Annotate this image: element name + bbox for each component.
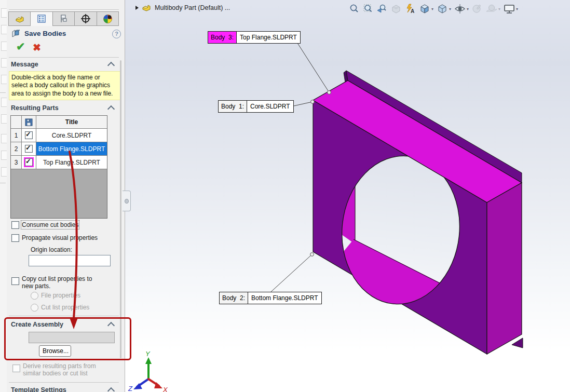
hide-show-items-button[interactable]: ▾ (454, 3, 469, 15)
view-settings-button[interactable]: ▾ (503, 3, 518, 15)
dropdown-caret[interactable]: ▾ (498, 7, 500, 11)
template-settings-group-header[interactable]: Template Settings (11, 386, 66, 392)
assembly-path-input[interactable] (29, 332, 115, 343)
file-properties-radio[interactable] (31, 292, 38, 300)
cut-list-properties-label: Cut list properties (41, 304, 89, 311)
section-view-icon[interactable] (390, 3, 402, 15)
save-icon (25, 118, 33, 126)
multibody-part-icon (142, 3, 152, 12)
propagate-visual-option[interactable]: Propagate visual properties (11, 234, 98, 242)
dropdown-caret[interactable]: ▾ (516, 7, 518, 11)
resulting-parts-table: Title 1 Core.SLDPRT 2 Bottom Flange.SLDP… (10, 115, 107, 219)
copy-cut-list-checkbox[interactable] (11, 277, 19, 285)
collapse-chevron-icon[interactable] (107, 62, 115, 69)
derive-parts-label: Derive resulting parts from similar bodi… (23, 362, 108, 377)
callout-body3-file[interactable]: Top Flange.SLDPRT (237, 32, 300, 43)
title-column-header: Title (36, 116, 107, 128)
copy-cut-list-option[interactable]: Copy cut list properties to new parts. (11, 275, 110, 290)
row-number: 3 (11, 156, 22, 169)
svg-text:A: A (411, 8, 414, 14)
help-button[interactable]: ? (112, 30, 121, 38)
origin-location-label: Origin location: (31, 246, 72, 253)
cut-list-properties-radio[interactable] (31, 304, 38, 312)
cut-list-properties-option[interactable]: Cut list properties (31, 304, 89, 312)
tree-expand-icon[interactable] (135, 6, 139, 10)
panel-title: Save Bodies (24, 30, 66, 37)
apply-scene-button[interactable]: ▾ (485, 3, 500, 15)
heads-up-toolbar: A ▾ ▾ ▾ ▾ ▾ (348, 2, 518, 16)
propagate-visual-label: Propagate visual properties (22, 234, 98, 241)
save-column-header (22, 116, 36, 128)
origin-location-input[interactable] (29, 255, 111, 266)
feature-tree-header[interactable]: Multibody Part (Default) ... (135, 3, 230, 12)
callout-body3-label[interactable]: Body 3: (208, 32, 237, 43)
consume-cut-bodies-option[interactable]: Consume cut bodies (11, 221, 78, 229)
table-header-row: Title (11, 116, 107, 129)
edit-appearance-icon[interactable] (471, 3, 483, 15)
consume-cut-bodies-label: Consume cut bodies (22, 221, 78, 228)
row-number: 1 (11, 129, 22, 142)
model-side-face[interactable] (487, 183, 522, 354)
dropdown-caret[interactable]: ▾ (449, 7, 451, 11)
view-orientation-button[interactable]: ▾ (418, 3, 433, 15)
body-file-name[interactable]: Bottom Flange.SLDPRT (36, 142, 107, 155)
tab-configurations[interactable] (52, 11, 75, 25)
callout-body2-label[interactable]: Body 2: (220, 292, 248, 304)
callout-body1-label[interactable]: Body 1: (219, 101, 247, 112)
callout-body2-file[interactable]: Bottom Flange.SLDPRT (248, 292, 321, 304)
row-number-header (11, 116, 22, 128)
panel-splitter-handle[interactable] (123, 191, 131, 211)
browse-button[interactable]: Browse... (39, 345, 71, 357)
panel-tab-bar (8, 11, 119, 26)
tab-propertymanager[interactable] (30, 11, 52, 25)
panel-scrollbar[interactable] (120, 60, 121, 358)
message-text: Double-click a body file name or select … (9, 71, 120, 100)
collapse-chevron-icon[interactable] (107, 387, 115, 392)
body-file-name[interactable]: Core.SLDPRT (36, 129, 107, 142)
zoom-to-fit-icon[interactable] (348, 3, 360, 15)
tab-displaymanager[interactable] (97, 11, 119, 25)
derive-parts-checkbox[interactable] (12, 364, 20, 372)
row-number: 2 (11, 142, 22, 155)
row-save-cell[interactable] (22, 142, 36, 155)
callout-body2[interactable]: Body 2: Bottom Flange.SLDPRT (219, 292, 322, 304)
save-checkbox[interactable] (25, 131, 33, 139)
message-group-header[interactable]: Message (11, 61, 38, 68)
callout-body1-file[interactable]: Core.SLDPRT (247, 101, 293, 112)
dropdown-caret[interactable]: ▾ (431, 7, 433, 11)
consume-cut-bodies-checkbox[interactable] (11, 221, 19, 229)
dropdown-caret[interactable]: ▾ (467, 7, 469, 11)
ok-button[interactable]: ✔ (16, 40, 25, 53)
annotation-view-icon[interactable]: A (404, 3, 416, 15)
table-row[interactable]: 1 Core.SLDPRT (11, 129, 107, 142)
collapse-chevron-icon[interactable] (107, 105, 115, 113)
solidworks-window: Multibody Part (Default) ... A ▾ (0, 0, 570, 392)
propagate-visual-checkbox[interactable] (11, 234, 19, 242)
cancel-button[interactable]: ✖ (33, 42, 41, 53)
tab-part[interactable] (8, 11, 31, 25)
propertymanager-icon (37, 14, 46, 23)
save-checkbox[interactable] (25, 158, 33, 166)
configurations-icon (59, 14, 69, 23)
previous-view-icon[interactable] (376, 3, 388, 15)
save-bodies-icon (11, 29, 21, 38)
create-assembly-group-header[interactable]: Create Assembly (11, 321, 63, 328)
file-properties-option[interactable]: File properties (31, 292, 80, 300)
body-file-name[interactable]: Top Flange.SLDPRT (36, 156, 107, 169)
dimxpert-icon (80, 13, 91, 24)
row-save-cell[interactable] (22, 156, 36, 169)
callout-body3[interactable]: Body 3: Top Flange.SLDPRT (208, 31, 301, 44)
derive-parts-option[interactable]: Derive resulting parts from similar bodi… (12, 362, 108, 377)
file-properties-label: File properties (41, 292, 80, 299)
display-style-button[interactable]: ▾ (436, 3, 451, 15)
table-row[interactable]: 2 Bottom Flange.SLDPRT (11, 142, 107, 156)
tab-dimxpert[interactable] (74, 11, 97, 25)
callout-body1[interactable]: Body 1: Core.SLDPRT (218, 100, 294, 113)
table-row[interactable]: 3 Top Flange.SLDPRT (11, 156, 107, 169)
part-icon (15, 14, 25, 23)
zoom-to-area-icon[interactable] (362, 3, 374, 15)
save-checkbox[interactable] (25, 145, 33, 153)
resulting-parts-group-header[interactable]: Resulting Parts (11, 104, 59, 112)
collapse-chevron-icon[interactable] (107, 322, 115, 329)
row-save-cell[interactable] (22, 129, 36, 142)
